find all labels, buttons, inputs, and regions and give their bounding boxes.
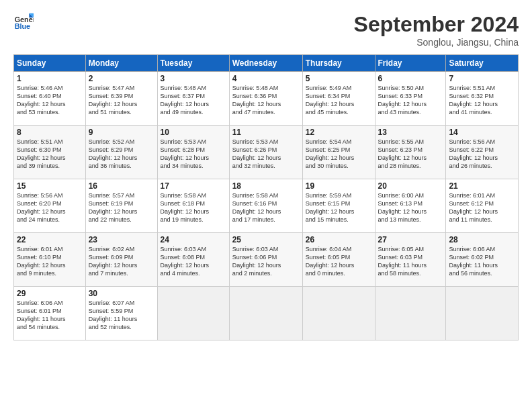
day-info: Sunrise: 5:53 AM Sunset: 6:28 PM Dayligh… (161, 138, 226, 171)
day-number: 8 (17, 128, 83, 137)
weekday-header-wednesday: Wednesday (229, 55, 302, 72)
day-number: 22 (17, 235, 83, 244)
day-number: 11 (232, 128, 300, 137)
day-number: 17 (161, 181, 226, 191)
calendar-cell: 10Sunrise: 5:53 AM Sunset: 6:28 PM Dayli… (157, 126, 229, 179)
title-block: September 2024 Songlou, Jiangsu, China (354, 12, 519, 48)
calendar-cell (157, 287, 229, 340)
logo-icon: General Blue (13, 12, 34, 32)
day-info: Sunrise: 6:01 AM Sunset: 6:10 PM Dayligh… (17, 245, 83, 278)
day-info: Sunrise: 5:49 AM Sunset: 6:34 PM Dayligh… (306, 84, 372, 117)
calendar-cell: 25Sunrise: 6:03 AM Sunset: 6:06 PM Dayli… (229, 233, 302, 287)
day-number: 16 (89, 181, 154, 191)
day-info: Sunrise: 5:46 AM Sunset: 6:40 PM Dayligh… (17, 84, 83, 117)
calendar-cell (229, 287, 302, 340)
weekday-header-thursday: Thursday (302, 55, 375, 72)
calendar-cell: 2Sunrise: 5:47 AM Sunset: 6:39 PM Daylig… (85, 72, 157, 126)
calendar-cell: 22Sunrise: 6:01 AM Sunset: 6:10 PM Dayli… (14, 233, 86, 287)
day-info: Sunrise: 5:55 AM Sunset: 6:23 PM Dayligh… (378, 138, 443, 171)
day-info: Sunrise: 5:47 AM Sunset: 6:39 PM Dayligh… (89, 84, 154, 117)
day-info: Sunrise: 6:04 AM Sunset: 6:05 PM Dayligh… (306, 245, 372, 278)
day-number: 10 (161, 128, 226, 137)
day-number: 24 (161, 235, 226, 244)
day-number: 9 (89, 128, 154, 137)
day-number: 6 (378, 74, 443, 83)
day-number: 4 (232, 74, 300, 83)
day-number: 5 (306, 74, 372, 83)
calendar-cell: 12Sunrise: 5:54 AM Sunset: 6:25 PM Dayli… (302, 126, 375, 179)
calendar-week-2: 8Sunrise: 5:51 AM Sunset: 6:30 PM Daylig… (14, 126, 519, 179)
day-info: Sunrise: 6:00 AM Sunset: 6:13 PM Dayligh… (378, 191, 443, 224)
calendar-cell: 9Sunrise: 5:52 AM Sunset: 6:29 PM Daylig… (85, 126, 157, 179)
day-number: 26 (306, 235, 372, 244)
calendar-cell: 23Sunrise: 6:02 AM Sunset: 6:09 PM Dayli… (85, 233, 157, 287)
day-info: Sunrise: 5:57 AM Sunset: 6:19 PM Dayligh… (89, 191, 154, 224)
calendar-cell: 17Sunrise: 5:58 AM Sunset: 6:18 PM Dayli… (157, 179, 229, 233)
weekday-header-row: SundayMondayTuesdayWednesdayThursdayFrid… (14, 55, 519, 72)
day-number: 13 (378, 128, 443, 137)
calendar-cell: 13Sunrise: 5:55 AM Sunset: 6:23 PM Dayli… (375, 126, 446, 179)
calendar-cell: 28Sunrise: 6:06 AM Sunset: 6:02 PM Dayli… (446, 233, 519, 287)
calendar-cell (375, 287, 446, 340)
day-info: Sunrise: 6:01 AM Sunset: 6:12 PM Dayligh… (449, 191, 515, 224)
day-number: 20 (378, 181, 443, 191)
day-info: Sunrise: 5:53 AM Sunset: 6:26 PM Dayligh… (232, 138, 300, 171)
day-info: Sunrise: 5:58 AM Sunset: 6:16 PM Dayligh… (232, 191, 300, 224)
day-info: Sunrise: 6:02 AM Sunset: 6:09 PM Dayligh… (89, 245, 154, 278)
calendar-table: SundayMondayTuesdayWednesdayThursdayFrid… (13, 54, 519, 340)
calendar-cell: 20Sunrise: 6:00 AM Sunset: 6:13 PM Dayli… (375, 179, 446, 233)
day-info: Sunrise: 6:06 AM Sunset: 6:01 PM Dayligh… (17, 299, 83, 332)
day-info: Sunrise: 5:51 AM Sunset: 6:30 PM Dayligh… (17, 138, 83, 171)
calendar-cell: 7Sunrise: 5:51 AM Sunset: 6:32 PM Daylig… (446, 72, 519, 126)
day-info: Sunrise: 5:51 AM Sunset: 6:32 PM Dayligh… (449, 84, 515, 117)
calendar-week-3: 15Sunrise: 5:56 AM Sunset: 6:20 PM Dayli… (14, 179, 519, 233)
weekday-header-monday: Monday (85, 55, 157, 72)
calendar-cell (302, 287, 375, 340)
calendar-cell: 6Sunrise: 5:50 AM Sunset: 6:33 PM Daylig… (375, 72, 446, 126)
weekday-header-sunday: Sunday (14, 55, 86, 72)
month-title: September 2024 (354, 12, 519, 37)
day-info: Sunrise: 6:03 AM Sunset: 6:06 PM Dayligh… (232, 245, 300, 278)
day-info: Sunrise: 5:59 AM Sunset: 6:15 PM Dayligh… (306, 191, 372, 224)
day-number: 15 (17, 181, 83, 191)
calendar-cell: 24Sunrise: 6:03 AM Sunset: 6:08 PM Dayli… (157, 233, 229, 287)
calendar-cell: 21Sunrise: 6:01 AM Sunset: 6:12 PM Dayli… (446, 179, 519, 233)
calendar-cell: 11Sunrise: 5:53 AM Sunset: 6:26 PM Dayli… (229, 126, 302, 179)
day-number: 18 (232, 181, 300, 191)
day-number: 25 (232, 235, 300, 244)
day-number: 27 (378, 235, 443, 244)
day-info: Sunrise: 5:56 AM Sunset: 6:22 PM Dayligh… (449, 138, 515, 171)
calendar-week-4: 22Sunrise: 6:01 AM Sunset: 6:10 PM Dayli… (14, 233, 519, 287)
calendar-cell: 19Sunrise: 5:59 AM Sunset: 6:15 PM Dayli… (302, 179, 375, 233)
day-number: 2 (89, 74, 154, 83)
calendar-cell: 29Sunrise: 6:06 AM Sunset: 6:01 PM Dayli… (14, 287, 86, 340)
calendar-cell: 27Sunrise: 6:05 AM Sunset: 6:03 PM Dayli… (375, 233, 446, 287)
calendar-cell: 14Sunrise: 5:56 AM Sunset: 6:22 PM Dayli… (446, 126, 519, 179)
calendar-cell: 3Sunrise: 5:48 AM Sunset: 6:37 PM Daylig… (157, 72, 229, 126)
calendar-cell: 1Sunrise: 5:46 AM Sunset: 6:40 PM Daylig… (14, 72, 86, 126)
header: General Blue September 2024 Songlou, Jia… (13, 12, 519, 48)
day-info: Sunrise: 5:58 AM Sunset: 6:18 PM Dayligh… (161, 191, 226, 224)
day-number: 29 (17, 289, 83, 298)
calendar-cell: 5Sunrise: 5:49 AM Sunset: 6:34 PM Daylig… (302, 72, 375, 126)
day-number: 14 (449, 128, 515, 137)
weekday-header-saturday: Saturday (446, 55, 519, 72)
location: Songlou, Jiangsu, China (354, 37, 519, 48)
logo: General Blue (13, 12, 34, 32)
calendar-cell: 15Sunrise: 5:56 AM Sunset: 6:20 PM Dayli… (14, 179, 86, 233)
calendar-cell: 16Sunrise: 5:57 AM Sunset: 6:19 PM Dayli… (85, 179, 157, 233)
day-info: Sunrise: 6:05 AM Sunset: 6:03 PM Dayligh… (378, 245, 443, 278)
calendar-cell: 4Sunrise: 5:48 AM Sunset: 6:36 PM Daylig… (229, 72, 302, 126)
day-number: 7 (449, 74, 515, 83)
day-number: 30 (89, 289, 154, 298)
day-info: Sunrise: 6:07 AM Sunset: 5:59 PM Dayligh… (89, 299, 154, 332)
day-number: 1 (17, 74, 83, 83)
day-number: 21 (449, 181, 515, 191)
svg-text:Blue: Blue (15, 22, 30, 30)
day-info: Sunrise: 5:48 AM Sunset: 6:37 PM Dayligh… (161, 84, 226, 117)
day-info: Sunrise: 5:52 AM Sunset: 6:29 PM Dayligh… (89, 138, 154, 171)
day-info: Sunrise: 5:54 AM Sunset: 6:25 PM Dayligh… (306, 138, 372, 171)
calendar-cell: 30Sunrise: 6:07 AM Sunset: 5:59 PM Dayli… (85, 287, 157, 340)
calendar-week-1: 1Sunrise: 5:46 AM Sunset: 6:40 PM Daylig… (14, 72, 519, 126)
calendar-week-5: 29Sunrise: 6:06 AM Sunset: 6:01 PM Dayli… (14, 287, 519, 340)
